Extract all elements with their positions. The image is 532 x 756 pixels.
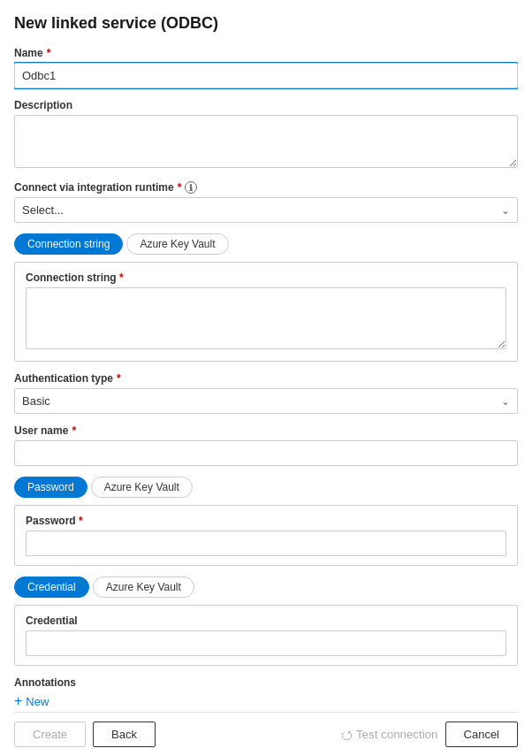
create-button[interactable]: Create	[14, 722, 86, 747]
password-label: Password *	[26, 515, 506, 527]
credential-label: Credential	[26, 615, 506, 627]
test-connection-label: Test connection	[356, 728, 438, 741]
password-input[interactable]	[26, 531, 506, 556]
page-container: New linked service (ODBC) Name * Descrip…	[0, 0, 532, 756]
username-input[interactable]	[14, 440, 518, 466]
name-required-star: *	[47, 47, 51, 59]
connection-string-tab[interactable]: Connection string	[14, 233, 123, 255]
name-label: Name *	[14, 47, 518, 59]
plus-icon: +	[14, 694, 22, 708]
new-annotation-label: New	[26, 695, 49, 708]
azure-key-vault-connection-tab[interactable]: Azure Key Vault	[126, 233, 228, 255]
azure-key-vault-password-tab[interactable]: Azure Key Vault	[91, 477, 193, 498]
username-field-group: User name *	[14, 424, 518, 466]
connection-group: Connection string Azure Key Vault Connec…	[14, 233, 518, 362]
password-required: *	[79, 515, 83, 527]
form-section: Name * Description Connect via integrati…	[14, 47, 518, 712]
password-tab-group: Password Azure Key Vault	[14, 477, 518, 498]
runtime-select[interactable]: Select... ⌄	[14, 197, 518, 223]
connection-string-label: Connection string *	[26, 271, 506, 284]
description-label: Description	[14, 99, 518, 111]
auth-type-value: Basic	[22, 394, 50, 408]
back-button[interactable]: Back	[93, 722, 156, 747]
runtime-info-icon[interactable]: ℹ	[185, 181, 197, 194]
password-group: Password Azure Key Vault Password *	[14, 477, 518, 566]
annotations-label: Annotations	[14, 676, 518, 689]
test-connection-button[interactable]: ⭯ Test connection	[340, 728, 438, 742]
auth-type-label: Authentication type *	[14, 372, 518, 385]
new-annotation-button[interactable]: + New	[14, 692, 49, 710]
runtime-select-text: Select...	[22, 203, 64, 217]
description-textarea[interactable]	[14, 115, 518, 168]
name-field-group: Name *	[14, 47, 518, 88]
credential-group: Credential Azure Key Vault Credential	[14, 577, 518, 666]
footer-bar: Create Back ⭯ Test connection Cancel	[14, 712, 518, 756]
username-label: User name *	[14, 424, 518, 437]
auth-type-required: *	[117, 372, 121, 385]
connection-string-textarea[interactable]	[26, 287, 506, 349]
credential-input[interactable]	[26, 630, 506, 656]
credential-tab-group: Credential Azure Key Vault	[14, 577, 518, 598]
credential-box: Credential	[14, 605, 518, 666]
connection-string-box: Connection string *	[14, 262, 518, 362]
auth-type-field-group: Authentication type * Basic ⌄	[14, 372, 518, 414]
password-box: Password *	[14, 505, 518, 566]
runtime-field-group: Connect via integration runtime * ℹ Sele…	[14, 181, 518, 223]
username-required: *	[72, 424, 76, 437]
auth-type-select[interactable]: Basic ⌄	[14, 388, 518, 414]
runtime-label: Connect via integration runtime * ℹ	[14, 181, 518, 194]
auth-type-chevron-icon: ⌄	[501, 395, 510, 408]
connection-tab-group: Connection string Azure Key Vault	[14, 233, 518, 255]
runtime-required-star: *	[178, 181, 182, 194]
credential-tab[interactable]: Credential	[14, 577, 89, 598]
azure-key-vault-credential-tab[interactable]: Azure Key Vault	[93, 577, 194, 598]
password-tab[interactable]: Password	[14, 477, 87, 498]
test-connection-icon: ⭯	[340, 728, 353, 742]
cancel-button[interactable]: Cancel	[445, 722, 518, 747]
name-input[interactable]	[14, 63, 518, 88]
annotations-section: Annotations + New	[14, 676, 518, 710]
page-title: New linked service (ODBC)	[14, 14, 518, 33]
connection-string-required: *	[119, 271, 124, 284]
description-field-group: Description	[14, 99, 518, 171]
runtime-chevron-icon: ⌄	[501, 204, 510, 217]
